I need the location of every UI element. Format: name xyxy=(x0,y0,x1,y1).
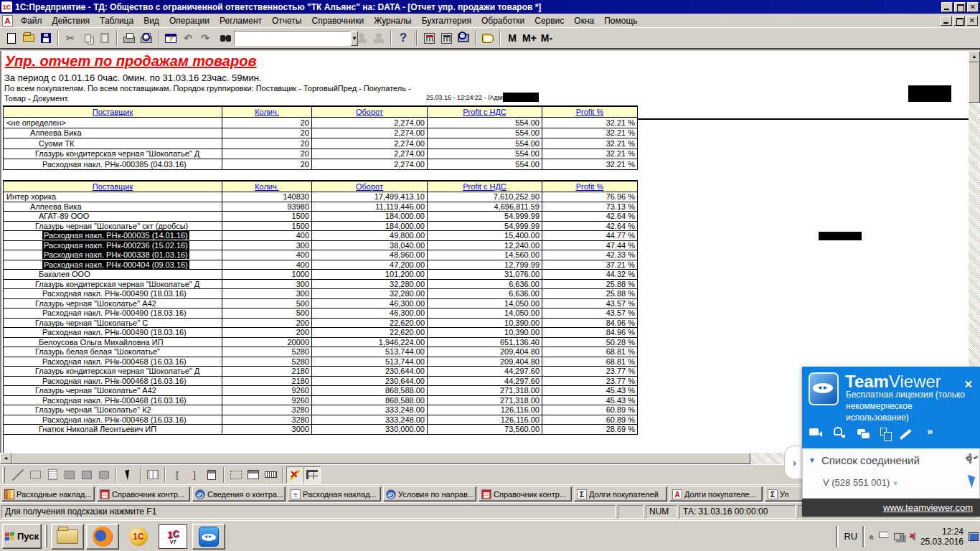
row-turnover-cell[interactable]: 330,000.00 xyxy=(312,425,428,434)
menu-item-4[interactable]: Операции xyxy=(164,14,215,27)
fixed-header-button[interactable] xyxy=(303,466,321,484)
draw-text-button[interactable] xyxy=(44,466,61,484)
row-profit-cell[interactable]: 209,404.80 xyxy=(428,347,542,357)
table-row[interactable]: Глазурь черная "Шоколатье" скт (дробсы)1… xyxy=(4,222,638,232)
row-turnover-cell[interactable]: 2,274.00 xyxy=(312,149,428,159)
calendar-button[interactable] xyxy=(438,29,455,47)
row-qty-cell[interactable]: 300 xyxy=(222,289,312,298)
draw-rectangle-button[interactable] xyxy=(27,466,44,484)
row-qty-cell[interactable]: 400 xyxy=(222,250,312,260)
row-turnover-cell[interactable]: 101,200.00 xyxy=(312,270,428,279)
row-name-cell[interactable]: Суоми ТК xyxy=(4,138,222,149)
table-row[interactable]: Суоми ТК202,274.00554.0032.21 % xyxy=(4,138,638,149)
toolbar-grip[interactable] xyxy=(2,467,5,483)
row-pct-cell[interactable]: 42.64 % xyxy=(542,222,638,231)
row-pct-cell[interactable]: 23.77 % xyxy=(542,377,638,386)
1c-v7-active-button[interactable]: 1СV7 xyxy=(156,524,189,550)
row-pct-cell[interactable]: 84.96 % xyxy=(542,319,638,328)
row-turnover-cell[interactable]: 17,499,413.10 xyxy=(312,192,428,202)
row-name-cell[interactable]: Глазурь черная "Шоколатье" А42 xyxy=(4,386,222,395)
row-qty-cell[interactable]: 300 xyxy=(222,280,312,289)
edit-off-button[interactable] xyxy=(286,466,303,484)
row-pct-cell[interactable]: 37.21 % xyxy=(542,260,638,270)
row-profit-cell[interactable]: 12,240.00 xyxy=(428,241,542,250)
row-profit-cell[interactable]: 126,116.00 xyxy=(428,405,542,415)
table-row[interactable]: Алпеева Вика202,274.00554.0032.21 % xyxy=(4,128,638,139)
menu-item-5[interactable]: Регламент xyxy=(215,14,267,27)
row-name-cell[interactable]: Интер хорика xyxy=(4,192,222,202)
table-row[interactable]: Глазурь черная "Шоколатье" С20022,620.00… xyxy=(4,319,638,329)
table-view-button[interactable] xyxy=(455,29,472,47)
row-qty-cell[interactable]: 400 xyxy=(222,231,312,240)
column-header-4[interactable]: Profit % xyxy=(542,107,638,117)
search-input[interactable] xyxy=(234,31,351,46)
menu-item-6[interactable]: Отчеты xyxy=(267,14,306,27)
row-turnover-cell[interactable]: 38,040.00 xyxy=(312,241,428,250)
mdi-restore-button[interactable] xyxy=(953,16,965,26)
paste-button[interactable] xyxy=(96,29,113,47)
row-turnover-cell[interactable]: 32,280.00 xyxy=(312,289,428,298)
table-row[interactable]: Расходная накл. РНк-000468 (16.03.16)528… xyxy=(4,357,638,367)
window-help-button[interactable] xyxy=(162,29,179,47)
row-turnover-cell[interactable]: 32,280.00 xyxy=(312,280,428,289)
row-name-cell[interactable]: АГАТ-89 ООО xyxy=(4,212,222,221)
user-list-button[interactable] xyxy=(370,29,387,47)
window-button-3[interactable]: ≡Расходная наклад... xyxy=(288,486,381,501)
row-name-cell[interactable]: Расходная накл. РНк-000490 (18.03.16) xyxy=(4,289,222,298)
menu-item-3[interactable]: Вид xyxy=(138,14,164,27)
video-camera-icon[interactable] xyxy=(809,428,819,435)
row-turnover-cell[interactable]: 46,300.00 xyxy=(312,309,428,318)
mdi-minimize-button[interactable] xyxy=(941,16,952,26)
headset-icon[interactable] xyxy=(834,427,842,435)
row-pct-cell[interactable]: 32.21 % xyxy=(542,118,638,128)
row-name-cell[interactable]: Глазурь кондитерская черная "Шоколатье" … xyxy=(4,367,222,376)
column-header-link[interactable]: Profit с НДС xyxy=(463,108,507,116)
row-name-cell[interactable]: Расходная накл. РНк-000490 (18.03.16) xyxy=(4,328,222,337)
row-turnover-cell[interactable]: 868,588.00 xyxy=(312,396,428,405)
row-profit-cell[interactable]: 10,390.00 xyxy=(428,319,542,328)
column-header-link[interactable]: Profit % xyxy=(576,108,604,116)
window-button-0[interactable]: Расходные наклад... xyxy=(1,486,95,501)
row-profit-cell[interactable]: 554.00 xyxy=(428,128,542,138)
table-row[interactable]: Расходная накл. РНк-000490 (18.03.16)200… xyxy=(4,328,638,338)
row-pct-cell[interactable]: 44.32 % xyxy=(542,270,638,279)
row-turnover-cell[interactable]: 22,620.00 xyxy=(312,328,428,337)
print-preview-button[interactable] xyxy=(138,29,155,47)
insert-object-button[interactable] xyxy=(95,466,113,484)
select-cursor-button[interactable] xyxy=(120,466,137,484)
row-name-cell[interactable]: Расходная накл. РНк-000404 (09.03.16) xyxy=(4,260,222,270)
restore-button[interactable] xyxy=(954,2,966,12)
menu-item-8[interactable]: Журналы xyxy=(369,14,416,27)
table-row[interactable]: <не определен>202,274.00554.0032.21 % xyxy=(4,118,638,128)
row-qty-cell[interactable]: 9260 xyxy=(222,396,312,405)
table-section-button[interactable] xyxy=(144,466,161,484)
row-turnover-cell[interactable]: 2,274.00 xyxy=(312,138,428,149)
row-pct-cell[interactable]: 68.81 % xyxy=(542,347,638,357)
window-button-1[interactable]: ▤Справочник контр... xyxy=(97,486,190,501)
row-name-cell[interactable]: Расходная накл. РНк-000468 (16.03.16) xyxy=(4,396,222,405)
row-name-cell[interactable]: Глазурь черная "Шоколатье" скт (дробсы) xyxy=(4,222,222,231)
row-name-cell[interactable]: Расходная накл. РНк-000468 (16.03.16) xyxy=(4,357,222,367)
window-button-7[interactable]: AДолги покупателе... xyxy=(669,486,763,501)
redo-button[interactable]: ↷ xyxy=(197,29,214,47)
row-qty-cell[interactable]: 5280 xyxy=(222,357,312,367)
show-desktop-button[interactable] xyxy=(969,532,979,541)
horizontal-scroll-thumb[interactable] xyxy=(11,453,750,464)
open-button[interactable] xyxy=(20,29,37,47)
row-qty-cell[interactable]: 20 xyxy=(222,128,312,138)
row-pct-cell[interactable]: 43.57 % xyxy=(542,309,638,318)
column-header-link[interactable]: Поставщик xyxy=(93,182,133,191)
row-pct-cell[interactable]: 68.81 % xyxy=(542,357,638,367)
column-header-0[interactable]: Поставщик xyxy=(4,182,222,192)
open-bracket-button[interactable]: [ xyxy=(169,466,186,484)
row-pct-cell[interactable]: 42.33 % xyxy=(542,250,638,260)
column-header-link[interactable]: Profit с НДС xyxy=(463,182,507,191)
row-turnover-cell[interactable]: 47,200.00 xyxy=(312,260,428,270)
row-qty-cell[interactable]: 20 xyxy=(222,138,312,149)
row-profit-cell[interactable]: 271,318.00 xyxy=(428,386,542,395)
row-turnover-cell[interactable]: 11,119,446.00 xyxy=(312,202,428,212)
row-turnover-cell[interactable]: 513,744.00 xyxy=(312,357,428,367)
teamviewer-collapse-tab[interactable]: › xyxy=(784,446,804,479)
row-pct-cell[interactable]: 60.89 % xyxy=(542,415,638,425)
row-qty-cell[interactable]: 20 xyxy=(222,159,312,169)
